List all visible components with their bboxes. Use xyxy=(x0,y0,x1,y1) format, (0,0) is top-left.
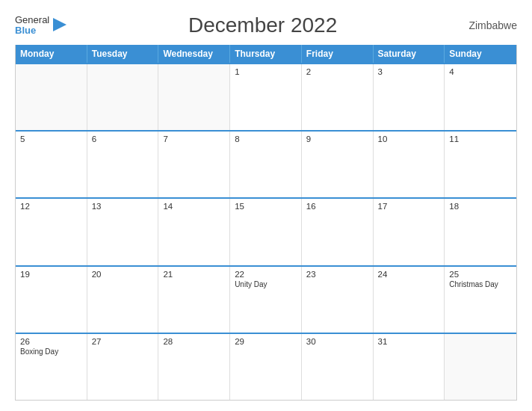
day-number: 24 xyxy=(378,270,440,279)
day-number: 2 xyxy=(306,67,368,76)
calendar-cell: 6 xyxy=(87,132,159,197)
calendar-cell: 23 xyxy=(302,267,374,333)
day-number: 21 xyxy=(163,270,225,279)
calendar-cell: 26Boxing Day xyxy=(16,334,87,400)
day-number: 31 xyxy=(378,337,440,346)
day-number: 19 xyxy=(20,270,82,279)
calendar-week-1: 1234 xyxy=(16,63,516,130)
weekday-header-monday: Monday xyxy=(16,45,87,63)
calendar-cell: 5 xyxy=(16,132,87,197)
country-label: Zimbabwe xyxy=(457,19,517,31)
calendar-cell: 13 xyxy=(87,199,159,265)
holiday-label: Boxing Day xyxy=(20,347,82,356)
weekday-header-thursday: Thursday xyxy=(230,45,302,63)
weekday-header-row: MondayTuesdayWednesdayThursdayFridaySatu… xyxy=(16,45,516,63)
calendar-cell: 21 xyxy=(158,267,230,333)
calendar-cell: 25Christmas Day xyxy=(445,267,516,333)
day-number: 12 xyxy=(20,202,82,211)
calendar-cell: 24 xyxy=(374,267,445,333)
day-number: 10 xyxy=(378,135,440,143)
day-number: 29 xyxy=(235,337,297,346)
day-number: 5 xyxy=(20,135,82,143)
day-number: 25 xyxy=(449,270,512,279)
calendar-page: General Blue December 2022 Zimbabwe Mond… xyxy=(0,0,532,411)
logo-blue: Blue xyxy=(15,25,49,36)
calendar-cell: 27 xyxy=(87,334,159,400)
day-number: 22 xyxy=(235,270,297,279)
calendar-grid: MondayTuesdayWednesdayThursdayFridaySatu… xyxy=(15,45,517,401)
calendar-cell: 11 xyxy=(445,132,516,197)
day-number: 11 xyxy=(449,135,512,143)
calendar-cell: 10 xyxy=(374,132,445,197)
logo-text: General Blue xyxy=(15,15,49,37)
holiday-label: Christmas Day xyxy=(449,280,512,288)
day-number: 26 xyxy=(20,337,82,346)
calendar-cell: 16 xyxy=(302,199,374,265)
day-number: 1 xyxy=(235,67,297,76)
calendar-cell: 14 xyxy=(158,199,230,265)
weekday-header-saturday: Saturday xyxy=(374,45,445,63)
day-number: 18 xyxy=(449,202,512,211)
calendar-cell: 1 xyxy=(230,64,302,130)
calendar-cell: 20 xyxy=(87,267,159,333)
calendar-cell: 2 xyxy=(302,64,374,130)
calendar-cell: 17 xyxy=(374,199,445,265)
day-number: 17 xyxy=(378,202,440,211)
weekday-header-wednesday: Wednesday xyxy=(158,45,230,63)
day-number: 6 xyxy=(92,135,154,143)
day-number: 3 xyxy=(378,67,440,76)
calendar-week-4: 19202122Unity Day232425Christmas Day xyxy=(16,265,516,333)
calendar-cell: 22Unity Day xyxy=(230,267,302,333)
calendar-cell: 15 xyxy=(230,199,302,265)
calendar-cell: 12 xyxy=(16,199,87,265)
day-number: 30 xyxy=(306,337,368,346)
day-number: 15 xyxy=(235,202,297,211)
calendar-cell: 9 xyxy=(302,132,374,197)
calendar-cell: 7 xyxy=(158,132,230,197)
weekday-header-friday: Friday xyxy=(302,45,374,63)
calendar-body: 12345678910111213141516171819202122Unity… xyxy=(16,63,516,400)
weekday-header-tuesday: Tuesday xyxy=(87,45,159,63)
calendar-week-3: 12131415161718 xyxy=(16,197,516,265)
calendar-cell: 19 xyxy=(16,267,87,333)
calendar-cell xyxy=(445,334,516,400)
logo-general: General xyxy=(15,15,49,25)
day-number: 7 xyxy=(163,135,225,143)
calendar-cell: 3 xyxy=(374,64,445,130)
header: General Blue December 2022 Zimbabwe xyxy=(15,13,517,37)
logo-flag-icon xyxy=(52,16,68,33)
logo: General Blue xyxy=(15,15,68,37)
day-number: 28 xyxy=(163,337,225,346)
day-number: 8 xyxy=(235,135,297,143)
calendar-cell: 28 xyxy=(158,334,230,400)
calendar-cell xyxy=(16,64,87,130)
day-number: 13 xyxy=(92,202,154,211)
calendar-cell: 30 xyxy=(302,334,374,400)
calendar-week-5: 26Boxing Day2728293031 xyxy=(16,333,516,400)
holiday-label: Unity Day xyxy=(235,280,297,288)
svg-marker-0 xyxy=(53,18,66,31)
calendar-cell: 31 xyxy=(374,334,445,400)
day-number: 4 xyxy=(449,67,512,76)
calendar-title: December 2022 xyxy=(68,13,457,37)
day-number: 27 xyxy=(92,337,154,346)
calendar-cell: 18 xyxy=(445,199,516,265)
calendar-week-2: 567891011 xyxy=(16,130,516,197)
calendar-cell xyxy=(158,64,230,130)
calendar-cell: 8 xyxy=(230,132,302,197)
calendar-cell: 4 xyxy=(445,64,516,130)
day-number: 20 xyxy=(92,270,154,279)
day-number: 16 xyxy=(306,202,368,211)
day-number: 23 xyxy=(306,270,368,279)
weekday-header-sunday: Sunday xyxy=(445,45,516,63)
calendar-cell xyxy=(87,64,159,130)
day-number: 9 xyxy=(306,135,368,143)
day-number: 14 xyxy=(163,202,225,211)
calendar-cell: 29 xyxy=(230,334,302,400)
